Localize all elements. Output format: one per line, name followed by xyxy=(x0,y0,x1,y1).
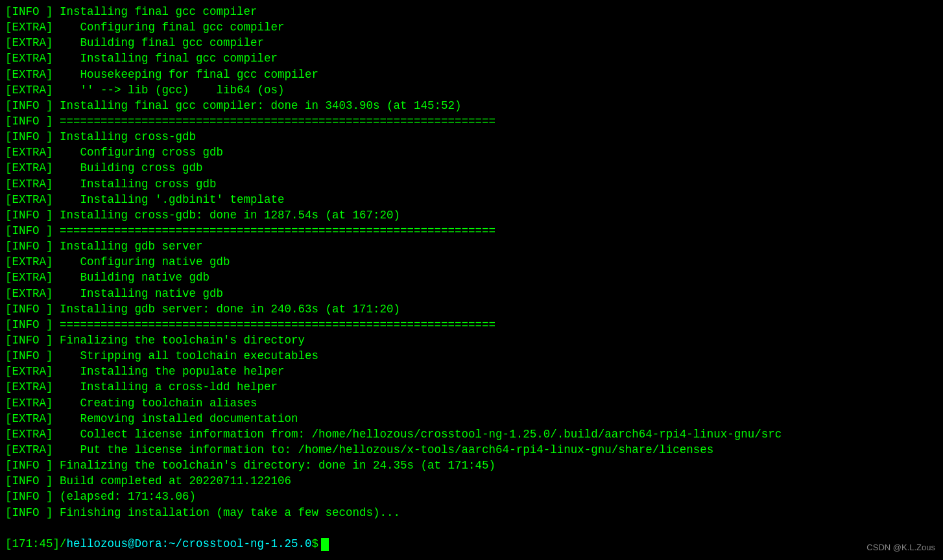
terminal-line: [EXTRA] Creating toolchain aliases xyxy=(5,395,938,411)
terminal-line: [INFO ] Finishing installation (may take… xyxy=(5,505,938,520)
terminal-line: [EXTRA] Housekeeping for final gcc compi… xyxy=(5,67,938,82)
terminal-line: [INFO ] ================================… xyxy=(5,317,938,332)
terminal-line: [INFO ] Finalizing the toolchain's direc… xyxy=(5,332,938,348)
terminal-line: [EXTRA] Building cross gdb xyxy=(5,160,938,176)
prompt-user-host-path: hellozous@Dora:~/crosstool-ng-1.25.0 xyxy=(67,537,312,552)
watermark: CSDN @K.L.Zous xyxy=(866,542,935,554)
terminal-line: [EXTRA] Installing a cross-ldd helper xyxy=(5,379,938,395)
terminal-window: [INFO ] Installing final gcc compiler[EX… xyxy=(0,0,943,560)
terminal-line: [EXTRA] '' --> lib (gcc) lib64 (os) xyxy=(5,82,938,98)
terminal-line: [INFO ] Installing final gcc compiler: d… xyxy=(5,98,938,113)
terminal-prompt[interactable]: [171:45] / hellozous@Dora:~/crosstool-ng… xyxy=(5,537,938,552)
terminal-line: [EXTRA] Configuring final gcc compiler xyxy=(5,19,938,35)
terminal-line: [EXTRA] Removing installed documentation xyxy=(5,411,938,426)
terminal-line: [INFO ] Build completed at 20220711.1221… xyxy=(5,473,938,489)
terminal-line: [INFO ] Installing cross-gdb xyxy=(5,129,938,145)
terminal-line: [INFO ] Installing gdb server: done in 2… xyxy=(5,301,938,317)
terminal-line: [EXTRA] Building final gcc compiler xyxy=(5,35,938,51)
prompt-slash: / xyxy=(60,537,67,552)
terminal-cursor xyxy=(321,538,329,551)
prompt-time: [171:45] xyxy=(5,537,60,552)
terminal-output: [INFO ] Installing final gcc compiler[EX… xyxy=(5,4,938,535)
terminal-line: [EXTRA] Put the license information to: … xyxy=(5,442,938,458)
terminal-line: [EXTRA] Installing the populate helper xyxy=(5,364,938,379)
terminal-line: [INFO ] Installing final gcc compiler xyxy=(5,4,938,19)
terminal-line: [EXTRA] Installing cross gdb xyxy=(5,176,938,192)
terminal-line: [INFO ] ================================… xyxy=(5,113,938,129)
terminal-line: [EXTRA] Installing native gdb xyxy=(5,286,938,301)
terminal-line: [EXTRA] Configuring native gdb xyxy=(5,254,938,270)
terminal-line: [EXTRA] Collect license information from… xyxy=(5,426,938,442)
terminal-line: [EXTRA] Installing final gcc compiler xyxy=(5,51,938,66)
terminal-line: [EXTRA] Configuring cross gdb xyxy=(5,145,938,160)
prompt-dollar: $ xyxy=(312,537,319,552)
terminal-line: [EXTRA] Building native gdb xyxy=(5,270,938,285)
terminal-line: [INFO ] Installing cross-gdb: done in 12… xyxy=(5,207,938,223)
terminal-line: [INFO ] Stripping all toolchain executab… xyxy=(5,348,938,364)
terminal-line: [INFO ] Installing gdb server xyxy=(5,239,938,254)
terminal-line: [INFO ] (elapsed: 171:43.06) xyxy=(5,489,938,504)
terminal-line: [EXTRA] Installing '.gdbinit' template xyxy=(5,192,938,207)
terminal-line: [INFO ] ================================… xyxy=(5,223,938,239)
terminal-line: [INFO ] Finalizing the toolchain's direc… xyxy=(5,458,938,473)
